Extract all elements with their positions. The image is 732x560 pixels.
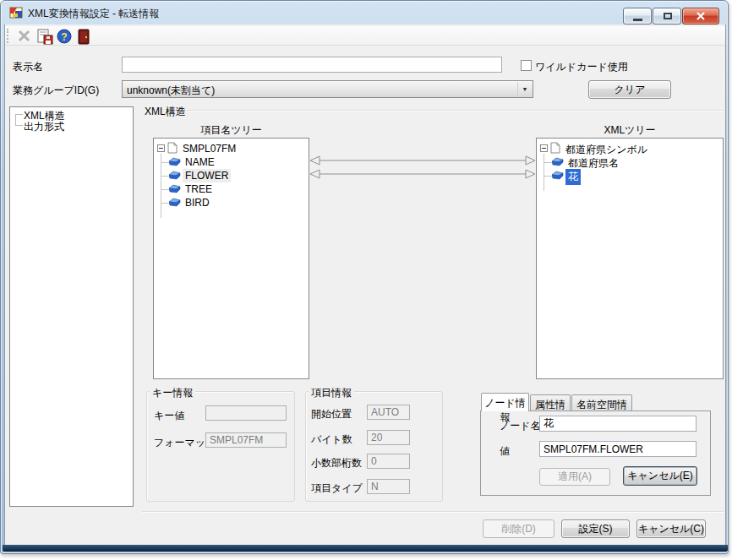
item-type-label: 項目タイプ — [311, 481, 363, 496]
tree-node-bird[interactable]: BIRD — [183, 196, 212, 209]
footer-separator — [142, 511, 724, 513]
business-group-combobox[interactable]: unknown(未割当て) ▼ — [122, 80, 533, 98]
tree-node-flower[interactable]: FLOWER — [183, 169, 231, 182]
field-node-icon — [552, 171, 564, 180]
toolbar — [5, 26, 725, 46]
window-title: XML変換情報設定 - 転送情報 — [28, 7, 159, 21]
format-document-icon — [167, 142, 178, 154]
field-node-icon — [169, 171, 181, 180]
start-position-input — [367, 405, 410, 420]
xml-document-icon — [550, 142, 560, 154]
xml-structure-group-title: XML構造 — [145, 105, 186, 119]
settings-nav-list[interactable] — [9, 106, 134, 507]
display-name-input[interactable] — [122, 57, 502, 73]
title-bar[interactable]: XML変換情報設定 - 転送情報 — [1, 1, 728, 24]
format-id-input — [205, 432, 287, 448]
key-value-input — [205, 405, 287, 421]
display-name-label: 表示名 — [13, 60, 43, 74]
toolbar-gripper[interactable] — [7, 29, 8, 43]
start-position-label: 開始位置 — [311, 407, 352, 421]
field-node-icon — [552, 157, 564, 166]
field-tree[interactable]: SMPL07FM NAME FLOWER TREE — [153, 138, 309, 379]
set-button[interactable]: 設定(S) — [561, 519, 630, 538]
mapping-line-name — [310, 156, 535, 165]
node-value-label: 値 — [500, 444, 510, 459]
mapping-arrows — [309, 151, 536, 182]
cancel-button[interactable]: キャンセル(C) — [636, 519, 706, 538]
byte-count-label: バイト数 — [311, 432, 352, 447]
mapping-line-flower — [310, 170, 535, 178]
save-icon[interactable] — [37, 29, 53, 45]
dialog-window: XML変換情報設定 - 転送情報 ? — [0, 0, 729, 554]
wildcard-checkbox[interactable] — [521, 60, 532, 71]
tree-node-root[interactable]: SMPL07FM — [180, 142, 238, 155]
tree-node-tree[interactable]: TREE — [183, 182, 215, 196]
wildcard-label: ワイルドカード使用 — [535, 60, 628, 74]
close-icon — [683, 8, 718, 24]
maximize-button[interactable] — [653, 8, 681, 24]
close-button[interactable] — [682, 8, 719, 24]
tree-node-flower-selected[interactable]: 花 — [565, 169, 581, 185]
sidebar-item-output-format[interactable]: 出力形式 — [24, 120, 64, 134]
business-group-value: unknown(未割当て) — [127, 84, 215, 98]
minimize-icon — [633, 19, 642, 21]
tree-node-name[interactable]: NAME — [183, 155, 217, 169]
expander-minus-icon[interactable] — [540, 144, 548, 152]
help-icon[interactable]: ? — [57, 29, 72, 44]
decimal-digits-input — [367, 454, 410, 469]
chevron-down-icon[interactable]: ▼ — [517, 82, 532, 96]
field-tree-header: 項目名ツリー — [153, 123, 309, 138]
delete-icon[interactable] — [17, 29, 32, 44]
maximize-icon — [664, 13, 672, 19]
byte-count-input — [367, 430, 410, 445]
tab-node-info[interactable]: ノード情報 — [481, 393, 529, 411]
xml-tree[interactable]: 都道府県シンボル 都道府県名 花 — [536, 138, 724, 379]
expander-minus-icon[interactable] — [157, 144, 165, 152]
decimal-digits-label: 小数部桁数 — [311, 456, 362, 470]
tab-attribute-info[interactable]: 属性情報 — [530, 394, 571, 410]
item-type-input — [367, 479, 410, 494]
xml-tree-header: XMLツリー — [536, 123, 724, 138]
key-info-title: キー情報 — [150, 386, 195, 400]
node-cancel-button[interactable]: キャンセル(E) — [623, 466, 697, 486]
svg-text:?: ? — [61, 31, 67, 43]
key-value-label: キー値 — [154, 409, 184, 423]
minimize-button[interactable] — [623, 8, 652, 24]
field-node-icon — [169, 198, 181, 207]
delete-button[interactable]: 削除(D) — [483, 519, 554, 538]
window-bottom-frame — [3, 545, 728, 552]
app-icon — [9, 6, 23, 19]
node-value-input[interactable] — [539, 441, 696, 457]
field-node-icon — [169, 184, 181, 193]
node-name-input[interactable] — [539, 416, 696, 432]
business-group-label: 業務グループID(G) — [13, 84, 99, 98]
tab-namespace-info[interactable]: 名前空間情報 — [571, 394, 632, 410]
field-node-icon — [169, 157, 181, 166]
exit-door-icon[interactable] — [78, 29, 90, 45]
clear-button[interactable]: クリア — [588, 80, 671, 99]
item-info-title: 項目情報 — [309, 386, 354, 400]
apply-button[interactable]: 適用(A) — [539, 468, 610, 486]
